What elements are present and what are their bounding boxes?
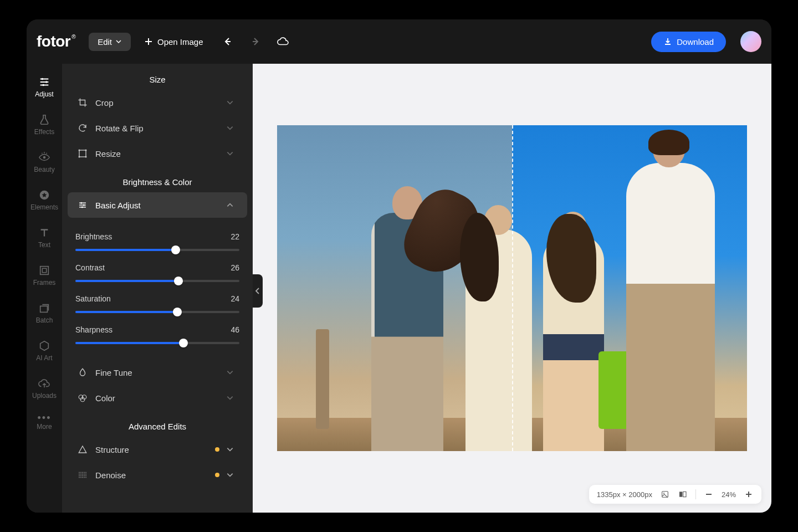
row-resize[interactable]: Resize bbox=[68, 141, 247, 166]
pro-badge-icon bbox=[215, 473, 219, 477]
nav-item-label: Effects bbox=[34, 128, 54, 136]
svg-rect-5 bbox=[40, 267, 49, 275]
slider-thumb[interactable] bbox=[173, 308, 182, 316]
flask-icon bbox=[38, 114, 50, 126]
svg-point-11 bbox=[79, 156, 80, 158]
svg-rect-8 bbox=[79, 150, 86, 157]
nav-item-adjust[interactable]: Adjust bbox=[27, 68, 62, 106]
row-crop[interactable]: Crop bbox=[68, 90, 247, 115]
row-label: Color bbox=[95, 393, 115, 403]
nav-item-uploads[interactable]: Uploads bbox=[27, 370, 62, 407]
compare-divider[interactable] bbox=[512, 125, 513, 451]
plus-icon bbox=[144, 37, 153, 46]
slider-track[interactable] bbox=[75, 249, 239, 251]
image-figure bbox=[466, 229, 532, 451]
row-basic-adjust[interactable]: Basic Adjust bbox=[68, 192, 247, 218]
droplet-icon bbox=[78, 367, 88, 377]
slider-contrast[interactable]: Contrast 26 bbox=[75, 263, 239, 282]
svg-point-12 bbox=[85, 156, 87, 158]
slider-value: 46 bbox=[231, 325, 239, 334]
nav-item-frames[interactable]: Frames bbox=[27, 257, 62, 294]
nav-item-label: AI Art bbox=[36, 354, 52, 362]
chevron-down-icon bbox=[115, 38, 122, 45]
zoom-out-button[interactable] bbox=[704, 489, 714, 499]
denoise-icon bbox=[78, 470, 88, 480]
nav-item-text[interactable]: Text bbox=[27, 219, 62, 257]
color-icon bbox=[78, 393, 88, 403]
slider-thumb[interactable] bbox=[171, 245, 180, 254]
edit-dropdown[interactable]: Edit bbox=[89, 33, 131, 51]
text-icon bbox=[38, 227, 50, 239]
zoom-in-button[interactable] bbox=[744, 489, 754, 499]
chevron-down-icon bbox=[226, 369, 234, 376]
slider-thumb[interactable] bbox=[174, 277, 183, 285]
row-label: Denoise bbox=[95, 470, 126, 480]
nav-item-label: Adjust bbox=[35, 90, 53, 98]
row-label: Fine Tune bbox=[95, 368, 132, 377]
download-label: Download bbox=[677, 37, 714, 47]
open-image-button[interactable]: Open Image bbox=[136, 33, 211, 51]
slider-brightness[interactable]: Brightness 22 bbox=[75, 232, 239, 251]
svg-point-10 bbox=[85, 150, 87, 151]
sliders-icon bbox=[38, 76, 50, 88]
chevron-down-icon bbox=[226, 150, 234, 157]
star-circle-icon bbox=[38, 189, 50, 201]
slider-thumb[interactable] bbox=[179, 339, 188, 347]
undo-button[interactable] bbox=[217, 30, 239, 53]
canvas-dimensions: 1335px × 2000px bbox=[597, 490, 652, 499]
app-shell: fotor ® Edit Open Image Download bbox=[27, 19, 771, 513]
slider-value: 22 bbox=[231, 232, 239, 241]
cloud-up-icon bbox=[38, 377, 50, 390]
nav-item-label: Batch bbox=[36, 316, 53, 324]
svg-point-2 bbox=[42, 84, 44, 86]
slider-saturation[interactable]: Saturation 24 bbox=[75, 294, 239, 313]
row-rotate-flip[interactable]: Rotate & Flip bbox=[68, 115, 247, 141]
slider-sharpness[interactable]: Sharpness 46 bbox=[75, 325, 239, 344]
slider-label: Sharpness bbox=[75, 325, 112, 334]
row-structure[interactable]: Structure bbox=[68, 437, 247, 462]
nav-item-ai-art[interactable]: AI Art bbox=[27, 332, 62, 370]
nav-item-effects[interactable]: Effects bbox=[27, 106, 62, 144]
cloud-button[interactable] bbox=[272, 30, 294, 53]
nav-item-batch[interactable]: Batch bbox=[27, 294, 62, 332]
canvas-image[interactable] bbox=[277, 125, 747, 451]
image-figure bbox=[543, 235, 604, 451]
panel-collapse-handle[interactable] bbox=[253, 274, 263, 308]
frame-icon bbox=[38, 264, 50, 277]
slider-track[interactable] bbox=[75, 311, 239, 313]
registered-mark: ® bbox=[71, 34, 75, 40]
svg-rect-7 bbox=[40, 306, 48, 312]
svg-point-3 bbox=[43, 156, 46, 159]
row-label: Resize bbox=[95, 149, 121, 158]
chevron-up-icon bbox=[226, 201, 234, 209]
arrow-left-icon bbox=[222, 36, 233, 47]
slider-label: Contrast bbox=[75, 263, 105, 272]
nav-item-more[interactable]: ••• More bbox=[27, 407, 62, 438]
svg-rect-6 bbox=[42, 268, 46, 272]
slider-track[interactable] bbox=[75, 342, 239, 344]
sliders-icon bbox=[78, 200, 88, 210]
image-info-button[interactable] bbox=[660, 489, 670, 499]
triangle-icon bbox=[78, 444, 88, 454]
canvas-area[interactable]: 1335px × 2000px 24% bbox=[253, 64, 771, 513]
row-fine-tune[interactable]: Fine Tune bbox=[68, 360, 247, 385]
compare-toggle-button[interactable] bbox=[678, 489, 688, 499]
slider-value: 26 bbox=[231, 263, 239, 272]
crop-icon bbox=[78, 98, 88, 108]
image-figure bbox=[626, 163, 715, 451]
image-detail bbox=[316, 329, 329, 429]
row-label: Crop bbox=[95, 98, 114, 108]
download-button[interactable]: Download bbox=[651, 32, 726, 52]
row-color[interactable]: Color bbox=[68, 385, 247, 411]
svg-rect-21 bbox=[679, 492, 682, 497]
slider-track[interactable] bbox=[75, 280, 239, 282]
chevron-down-icon bbox=[226, 124, 234, 132]
nav-item-elements[interactable]: Elements bbox=[27, 181, 62, 219]
slider-fill bbox=[75, 311, 177, 313]
nav-item-beauty[interactable]: Beauty bbox=[27, 144, 62, 181]
brand-logo: fotor ® bbox=[37, 33, 75, 50]
row-denoise[interactable]: Denoise bbox=[68, 462, 247, 488]
avatar[interactable] bbox=[740, 31, 761, 52]
redo-button[interactable] bbox=[244, 30, 267, 53]
nav-item-label: Frames bbox=[33, 279, 56, 287]
